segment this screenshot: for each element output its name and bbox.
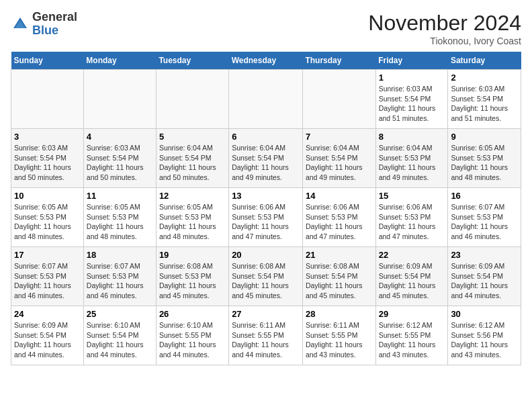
calendar-cell: 25Sunrise: 6:10 AM Sunset: 5:54 PM Dayli… — [83, 306, 156, 365]
day-number: 2 — [451, 73, 518, 83]
calendar-cell: 10Sunrise: 6:05 AM Sunset: 5:53 PM Dayli… — [11, 188, 84, 247]
weekday-header-saturday: Saturday — [448, 52, 521, 70]
calendar-cell: 15Sunrise: 6:06 AM Sunset: 5:53 PM Dayli… — [375, 188, 448, 247]
day-info: Sunrise: 6:10 AM Sunset: 5:55 PM Dayligh… — [159, 320, 226, 360]
day-info: Sunrise: 6:05 AM Sunset: 5:53 PM Dayligh… — [451, 143, 518, 183]
day-info: Sunrise: 6:08 AM Sunset: 5:53 PM Dayligh… — [159, 261, 226, 301]
weekday-header-row: SundayMondayTuesdayWednesdayThursdayFrid… — [11, 52, 521, 70]
weekday-header-monday: Monday — [83, 52, 156, 70]
calendar-cell: 29Sunrise: 6:12 AM Sunset: 5:55 PM Dayli… — [375, 306, 448, 365]
calendar-cell: 24Sunrise: 6:09 AM Sunset: 5:54 PM Dayli… — [11, 306, 84, 365]
location: Tiokonou, Ivory Coast — [368, 36, 521, 46]
calendar-cell: 7Sunrise: 6:04 AM Sunset: 5:54 PM Daylig… — [302, 129, 375, 188]
day-number: 26 — [159, 309, 226, 319]
day-number: 28 — [306, 309, 373, 319]
day-info: Sunrise: 6:04 AM Sunset: 5:54 PM Dayligh… — [306, 143, 373, 183]
day-number: 19 — [159, 250, 226, 260]
calendar-cell: 12Sunrise: 6:05 AM Sunset: 5:53 PM Dayli… — [156, 188, 228, 247]
day-number: 8 — [379, 132, 445, 142]
day-info: Sunrise: 6:03 AM Sunset: 5:54 PM Dayligh… — [14, 143, 81, 183]
calendar-cell — [156, 70, 228, 129]
weekday-header-friday: Friday — [375, 52, 448, 70]
day-number: 16 — [451, 191, 518, 201]
calendar-cell: 6Sunrise: 6:04 AM Sunset: 5:54 PM Daylig… — [229, 129, 303, 188]
day-number: 25 — [87, 309, 153, 319]
day-number: 4 — [87, 132, 153, 142]
day-info: Sunrise: 6:06 AM Sunset: 5:53 PM Dayligh… — [379, 202, 445, 242]
day-number: 18 — [87, 250, 153, 260]
day-info: Sunrise: 6:12 AM Sunset: 5:55 PM Dayligh… — [379, 320, 445, 360]
day-info: Sunrise: 6:03 AM Sunset: 5:54 PM Dayligh… — [379, 84, 445, 124]
calendar-cell: 4Sunrise: 6:03 AM Sunset: 5:54 PM Daylig… — [83, 129, 156, 188]
day-info: Sunrise: 6:04 AM Sunset: 5:53 PM Dayligh… — [379, 143, 445, 183]
logo-icon — [11, 15, 30, 34]
day-info: Sunrise: 6:07 AM Sunset: 5:53 PM Dayligh… — [87, 261, 153, 301]
weekday-header-wednesday: Wednesday — [229, 52, 303, 70]
logo: General Blue — [11, 11, 77, 38]
day-info: Sunrise: 6:08 AM Sunset: 5:54 PM Dayligh… — [306, 261, 373, 301]
day-number: 13 — [232, 191, 300, 201]
day-number: 20 — [232, 250, 300, 260]
calendar-cell: 2Sunrise: 6:03 AM Sunset: 5:54 PM Daylig… — [448, 70, 521, 129]
page-header: General Blue November 2024 Tiokonou, Ivo… — [11, 11, 521, 46]
day-number: 6 — [232, 132, 300, 142]
day-info: Sunrise: 6:07 AM Sunset: 5:53 PM Dayligh… — [451, 202, 518, 242]
day-number: 24 — [14, 309, 81, 319]
calendar-cell: 5Sunrise: 6:04 AM Sunset: 5:54 PM Daylig… — [156, 129, 228, 188]
day-number: 1 — [379, 73, 445, 83]
day-info: Sunrise: 6:06 AM Sunset: 5:53 PM Dayligh… — [232, 202, 300, 242]
day-number: 5 — [159, 132, 226, 142]
calendar-cell: 9Sunrise: 6:05 AM Sunset: 5:53 PM Daylig… — [448, 129, 521, 188]
week-row-1: 3Sunrise: 6:03 AM Sunset: 5:54 PM Daylig… — [11, 129, 521, 188]
day-number: 12 — [159, 191, 226, 201]
day-info: Sunrise: 6:03 AM Sunset: 5:54 PM Dayligh… — [451, 84, 518, 124]
day-info: Sunrise: 6:04 AM Sunset: 5:54 PM Dayligh… — [159, 143, 226, 183]
calendar-cell: 16Sunrise: 6:07 AM Sunset: 5:53 PM Dayli… — [448, 188, 521, 247]
day-number: 21 — [306, 250, 373, 260]
calendar-cell: 18Sunrise: 6:07 AM Sunset: 5:53 PM Dayli… — [83, 247, 156, 306]
calendar-cell: 30Sunrise: 6:12 AM Sunset: 5:56 PM Dayli… — [448, 306, 521, 365]
day-info: Sunrise: 6:11 AM Sunset: 5:55 PM Dayligh… — [232, 320, 300, 360]
weekday-header-thursday: Thursday — [302, 52, 375, 70]
calendar-cell: 8Sunrise: 6:04 AM Sunset: 5:53 PM Daylig… — [375, 129, 448, 188]
day-number: 17 — [14, 250, 81, 260]
title-block: November 2024 Tiokonou, Ivory Coast — [368, 11, 521, 46]
calendar-cell: 28Sunrise: 6:11 AM Sunset: 5:55 PM Dayli… — [302, 306, 375, 365]
day-info: Sunrise: 6:03 AM Sunset: 5:54 PM Dayligh… — [87, 143, 153, 183]
logo-blue: Blue — [32, 24, 58, 37]
calendar-cell: 22Sunrise: 6:09 AM Sunset: 5:54 PM Dayli… — [375, 247, 448, 306]
day-info: Sunrise: 6:06 AM Sunset: 5:53 PM Dayligh… — [306, 202, 373, 242]
day-number: 3 — [14, 132, 81, 142]
calendar-cell: 23Sunrise: 6:09 AM Sunset: 5:54 PM Dayli… — [448, 247, 521, 306]
day-info: Sunrise: 6:07 AM Sunset: 5:53 PM Dayligh… — [14, 261, 81, 301]
day-number: 7 — [306, 132, 373, 142]
day-info: Sunrise: 6:09 AM Sunset: 5:54 PM Dayligh… — [451, 261, 518, 301]
day-info: Sunrise: 6:08 AM Sunset: 5:54 PM Dayligh… — [232, 261, 300, 301]
calendar-cell: 14Sunrise: 6:06 AM Sunset: 5:53 PM Dayli… — [302, 188, 375, 247]
calendar-cell: 20Sunrise: 6:08 AM Sunset: 5:54 PM Dayli… — [229, 247, 303, 306]
day-number: 29 — [379, 309, 445, 319]
day-number: 27 — [232, 309, 300, 319]
calendar-cell: 3Sunrise: 6:03 AM Sunset: 5:54 PM Daylig… — [11, 129, 84, 188]
day-number: 14 — [306, 191, 373, 201]
calendar-cell: 27Sunrise: 6:11 AM Sunset: 5:55 PM Dayli… — [229, 306, 303, 365]
weekday-header-tuesday: Tuesday — [156, 52, 228, 70]
calendar-cell: 21Sunrise: 6:08 AM Sunset: 5:54 PM Dayli… — [302, 247, 375, 306]
day-number: 10 — [14, 191, 81, 201]
day-number: 11 — [87, 191, 153, 201]
day-info: Sunrise: 6:11 AM Sunset: 5:55 PM Dayligh… — [306, 320, 373, 360]
calendar-cell — [83, 70, 156, 129]
calendar: SundayMondayTuesdayWednesdayThursdayFrid… — [11, 52, 521, 365]
calendar-cell — [302, 70, 375, 129]
day-number: 23 — [451, 250, 518, 260]
day-info: Sunrise: 6:12 AM Sunset: 5:56 PM Dayligh… — [451, 320, 518, 360]
day-number: 9 — [451, 132, 518, 142]
day-info: Sunrise: 6:05 AM Sunset: 5:53 PM Dayligh… — [87, 202, 153, 242]
day-info: Sunrise: 6:05 AM Sunset: 5:53 PM Dayligh… — [159, 202, 226, 242]
day-number: 22 — [379, 250, 445, 260]
day-info: Sunrise: 6:04 AM Sunset: 5:54 PM Dayligh… — [232, 143, 300, 183]
calendar-cell: 11Sunrise: 6:05 AM Sunset: 5:53 PM Dayli… — [83, 188, 156, 247]
calendar-cell: 13Sunrise: 6:06 AM Sunset: 5:53 PM Dayli… — [229, 188, 303, 247]
day-info: Sunrise: 6:09 AM Sunset: 5:54 PM Dayligh… — [379, 261, 445, 301]
week-row-0: 1Sunrise: 6:03 AM Sunset: 5:54 PM Daylig… — [11, 70, 521, 129]
